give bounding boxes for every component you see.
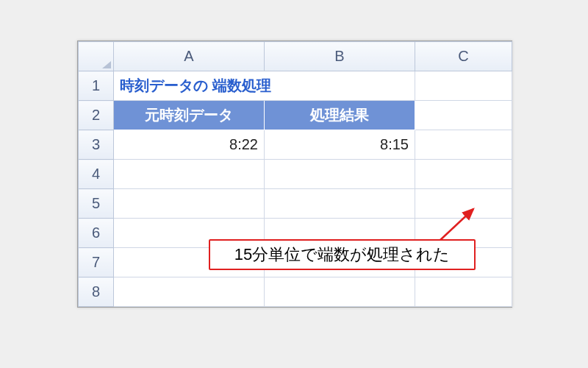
callout-box: 15分単位で端数が処理された — [209, 239, 476, 270]
spreadsheet-frame: A B C 1 時刻データの 端数処理 2 元時刻データ 処理結果 3 8:22… — [77, 40, 512, 308]
cell-B3[interactable]: 8:15 — [265, 130, 415, 160]
cell-A2[interactable]: 元時刻データ — [114, 101, 265, 130]
row-header-1[interactable]: 1 — [79, 71, 114, 101]
row-4: 4 — [79, 160, 512, 189]
cell-C2[interactable] — [415, 101, 512, 130]
col-header-C[interactable]: C — [415, 42, 512, 71]
row-header-8[interactable]: 8 — [79, 277, 114, 307]
cell-C8[interactable] — [415, 277, 512, 307]
cell-A8[interactable] — [114, 277, 265, 307]
cell-B5[interactable] — [265, 189, 415, 219]
row-2: 2 元時刻データ 処理結果 — [79, 101, 512, 130]
select-all-corner[interactable] — [79, 42, 114, 71]
row-header-7[interactable]: 7 — [79, 248, 114, 277]
cell-C3[interactable] — [415, 130, 512, 160]
row-header-3[interactable]: 3 — [79, 130, 114, 160]
cell-B4[interactable] — [265, 160, 415, 189]
cell-C4[interactable] — [415, 160, 512, 189]
cell-A3[interactable]: 8:22 — [114, 130, 265, 160]
col-header-B[interactable]: B — [265, 42, 415, 71]
cell-A4[interactable] — [114, 160, 265, 189]
col-header-A[interactable]: A — [114, 42, 265, 71]
row-8: 8 — [79, 277, 512, 307]
cell-C1[interactable] — [415, 71, 512, 101]
cell-B2[interactable]: 処理結果 — [265, 101, 415, 130]
cell-A1[interactable]: 時刻データの 端数処理 — [114, 71, 415, 101]
row-3: 3 8:22 8:15 — [79, 130, 512, 160]
row-header-4[interactable]: 4 — [79, 160, 114, 189]
row-header-6[interactable]: 6 — [79, 219, 114, 248]
cell-B8[interactable] — [265, 277, 415, 307]
row-header-2[interactable]: 2 — [79, 101, 114, 130]
row-1: 1 時刻データの 端数処理 — [79, 71, 512, 101]
row-5: 5 — [79, 189, 512, 219]
callout-text: 15分単位で端数が処理された — [234, 244, 450, 266]
row-header-5[interactable]: 5 — [79, 189, 114, 219]
column-header-row: A B C — [79, 42, 512, 71]
cell-A5[interactable] — [114, 189, 265, 219]
cell-C5[interactable] — [415, 189, 512, 219]
